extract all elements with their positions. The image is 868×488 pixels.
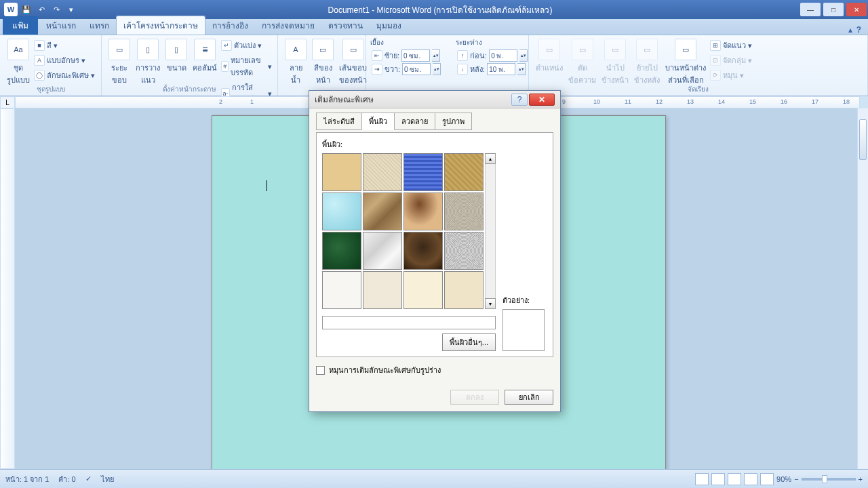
dialog-close-button[interactable]: ✕: [529, 94, 555, 106]
orientation-icon: ▯: [137, 39, 159, 60]
texture-scrollbar[interactable]: ▴ ▾: [485, 153, 496, 309]
align-label: จัดแนว: [723, 39, 746, 52]
spacing-before-spinner[interactable]: ▴▾: [519, 49, 528, 62]
close-button[interactable]: ✕: [846, 3, 867, 16]
texture-swatch[interactable]: [444, 232, 484, 270]
zoom-slider[interactable]: [802, 478, 856, 481]
indent-left-label: ซ้าย:: [384, 49, 399, 62]
texture-swatch[interactable]: [322, 192, 361, 230]
zoom-percentage[interactable]: 90%: [776, 475, 791, 483]
texture-swatch[interactable]: [322, 232, 361, 270]
texture-swatch[interactable]: [363, 153, 402, 191]
align-button[interactable]: ⊞จัดแนว ▾: [709, 39, 753, 52]
redo-icon[interactable]: ↷: [50, 3, 62, 16]
line-numbers-button[interactable]: #หมายเลขบรรทัด ▾: [220, 54, 273, 79]
tab-view[interactable]: มุมมอง: [370, 16, 408, 35]
help-icon[interactable]: ?: [856, 25, 861, 35]
orientation-label: การวาง แนว: [136, 62, 160, 86]
themes-button[interactable]: Aa ชุด รูปแบบ: [4, 37, 33, 87]
tab-gradient[interactable]: ไล่ระดับสี: [316, 113, 362, 130]
texture-swatch[interactable]: [444, 153, 484, 191]
status-language[interactable]: ไทย: [101, 473, 114, 485]
zoom-in-button[interactable]: +: [859, 475, 863, 483]
texture-swatch[interactable]: [363, 192, 402, 230]
tab-page-layout[interactable]: เค้าโครงหน้ากระดาษ: [116, 16, 205, 35]
indent-heading: เยื้อง: [370, 37, 442, 47]
selection-pane-button[interactable]: ▭บานหน้าต่าง ส่วนที่เลือก: [663, 37, 709, 87]
texture-swatch[interactable]: [444, 192, 484, 230]
indent-right-icon: ⇥: [372, 64, 382, 75]
indent-left-input[interactable]: 0 ซม.: [401, 49, 430, 62]
selection-pane-icon: ▭: [675, 39, 696, 60]
page-borders-button[interactable]: ▭เส้นขอบ ของหน้า: [336, 37, 370, 87]
texture-scroll-track[interactable]: [485, 164, 496, 298]
ok-button[interactable]: ตกลง: [450, 390, 499, 405]
indent-left-spinner[interactable]: ▴▾: [432, 49, 440, 62]
breaks-button[interactable]: ↵ตัวแบ่ง ▾: [220, 39, 273, 52]
texture-swatch[interactable]: [444, 271, 484, 309]
ribbon-help-area: ▴ ?: [842, 25, 868, 35]
texture-swatch[interactable]: [403, 192, 443, 230]
texture-swatch[interactable]: [403, 153, 443, 191]
page-color-button[interactable]: ▭สีของ หน้า: [309, 37, 336, 87]
watermark-button[interactable]: Aลาย น้ำ: [282, 37, 309, 87]
vertical-ruler[interactable]: [0, 108, 15, 469]
texture-scroll-up[interactable]: ▴: [485, 153, 496, 164]
texture-swatch[interactable]: [363, 232, 402, 270]
cancel-button[interactable]: ยกเลิก: [505, 390, 553, 405]
view-draft-button[interactable]: [760, 473, 774, 485]
spacing-heading: ระยะห่าง: [456, 37, 529, 47]
texture-swatch[interactable]: [403, 232, 443, 270]
vertical-scrollbar[interactable]: [857, 108, 868, 469]
spacing-before-input[interactable]: 0 พ.: [489, 49, 517, 62]
dialog-titlebar[interactable]: เติมลักษณะพิเศษ ? ✕: [309, 91, 560, 108]
breaks-icon: ↵: [221, 40, 232, 51]
tab-review[interactable]: ตรวจทาน: [321, 16, 370, 35]
status-words[interactable]: คำ: 0: [58, 473, 75, 485]
qat-dropdown-icon[interactable]: ▾: [65, 3, 77, 16]
colors-icon: ■: [34, 40, 45, 51]
texture-scroll-down[interactable]: ▾: [485, 298, 496, 309]
view-print-layout-button[interactable]: [695, 473, 709, 485]
tab-references[interactable]: การอ้างอิง: [205, 16, 255, 35]
rotate-fill-checkbox[interactable]: [316, 366, 325, 375]
texture-swatch[interactable]: [322, 271, 361, 309]
indent-right-input[interactable]: 0 ซม.: [402, 63, 431, 75]
tab-pattern[interactable]: ลวดลาย: [394, 113, 435, 130]
status-spellcheck-icon[interactable]: ✓: [85, 474, 92, 483]
zoom-slider-thumb[interactable]: [822, 475, 827, 483]
indent-right-spinner[interactable]: ▴▾: [433, 63, 441, 75]
view-outline-button[interactable]: [744, 473, 757, 485]
spacing-after-spinner[interactable]: ▴▾: [517, 63, 526, 75]
theme-colors-button[interactable]: ■สี ▾: [33, 39, 96, 52]
tab-mailings[interactable]: การส่งจดหมาย: [255, 16, 321, 35]
tab-texture[interactable]: พื้นผิว: [361, 113, 395, 130]
theme-effects-button[interactable]: ◯ลักษณะพิเศษ ▾: [33, 68, 96, 82]
view-full-screen-button[interactable]: [711, 473, 725, 485]
zoom-out-button[interactable]: −: [794, 475, 798, 483]
tab-picture[interactable]: รูปภาพ: [435, 113, 472, 130]
texture-swatch[interactable]: [322, 153, 361, 191]
minimize-button[interactable]: —: [800, 3, 821, 16]
texture-swatch[interactable]: [363, 271, 402, 309]
maximize-button[interactable]: □: [823, 3, 844, 16]
view-web-layout-button[interactable]: [728, 473, 741, 485]
undo-icon[interactable]: ↶: [35, 3, 47, 16]
spacing-after-input[interactable]: 10 พ.: [487, 63, 515, 75]
indent-right-label: ขวา:: [384, 63, 400, 75]
backward-label: ย้ายไป ข้างหลัง: [634, 62, 660, 86]
quick-access-toolbar: W 💾 ↶ ↷ ▾: [0, 3, 81, 16]
dialog-help-button[interactable]: ?: [511, 94, 528, 106]
other-texture-button[interactable]: พื้นผิวอื่นๆ...: [442, 333, 496, 351]
file-tab[interactable]: แฟ้ม: [3, 16, 38, 35]
status-page[interactable]: หน้า: 1 จาก 1: [5, 473, 49, 485]
minimize-ribbon-icon[interactable]: ▴: [848, 25, 852, 35]
tab-insert[interactable]: แทรก: [83, 16, 116, 35]
texture-swatch[interactable]: [403, 271, 443, 309]
scrollbar-thumb[interactable]: [859, 119, 867, 160]
save-icon[interactable]: 💾: [20, 3, 33, 16]
tab-home[interactable]: หน้าแรก: [39, 16, 83, 35]
group-themes-label: ชุดรูปแบบ: [0, 84, 101, 94]
theme-fonts-button[interactable]: Aแบบอักษร ▾: [33, 54, 96, 67]
window-controls: — □ ✕: [799, 1, 868, 18]
